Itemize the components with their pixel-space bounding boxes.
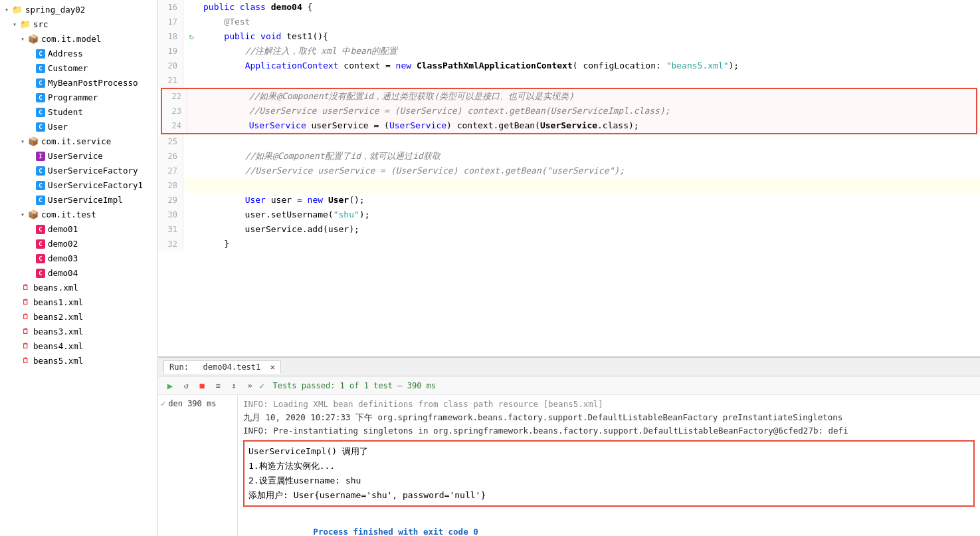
bottom-panel: Run: demo04.test1 ✕ ▶ ↺ ■ ≡ ↕ » ✓ Tests … (158, 356, 980, 536)
sidebar-item-UserServiceImpl[interactable]: C UserServiceImpl (0, 193, 157, 207)
line-number: 27 (158, 164, 183, 178)
sidebar-item-demo02[interactable]: C demo02 (0, 237, 157, 251)
sidebar-item-label: MyBeanPostProcesso (48, 76, 138, 90)
sidebar-item-label: spring_day02 (25, 3, 85, 17)
sidebar-item-beans3-xml[interactable]: 🗒 beans3.xml (0, 325, 157, 339)
sidebar-item-UserService[interactable]: I UserService (0, 149, 157, 164)
class-icon: C (36, 93, 45, 102)
project-sidebar: ▾ 📁 spring_day02 ▾ 📁 src ▾ 📦 com.it.mode… (0, 0, 158, 536)
run-tab[interactable]: Run: demo04.test1 ✕ (163, 360, 281, 374)
line-gutter (183, 207, 199, 222)
line-gutter (183, 73, 199, 88)
line-content: } (199, 237, 980, 251)
spacer (27, 108, 35, 116)
sidebar-item-Customer[interactable]: C Customer (0, 61, 157, 76)
class-icon: C (36, 196, 45, 205)
spacer (27, 79, 35, 87)
line-content: UserService userService = (UserService) … (203, 118, 976, 133)
line-gutter (183, 0, 199, 15)
more-button[interactable]: » (243, 379, 256, 392)
sidebar-item-demo04[interactable]: C demo04 (0, 266, 157, 281)
line-gutter (183, 222, 199, 237)
line-content: //如果@Component没有配置id，通过类型获取(类型可以是接口、也可以是… (203, 89, 976, 104)
sidebar-item-com-it-test[interactable]: ▾ 📦 com.it.test (0, 207, 157, 222)
console-highlight-line-0: UserServiceImpl() 调用了 (248, 444, 969, 459)
spacer (27, 240, 35, 248)
line-gutter (183, 15, 199, 29)
sidebar-item-label: beans.xml (33, 281, 78, 295)
run-tab-name: demo04.test1 (203, 362, 261, 372)
sidebar-item-Address[interactable]: C Address (0, 47, 157, 61)
test-filter-button[interactable]: ≡ (211, 379, 225, 392)
sidebar-item-demo01[interactable]: C demo01 (0, 222, 157, 237)
line-number: 21 (158, 73, 183, 88)
stop-button[interactable]: ■ (195, 379, 209, 392)
code-line-28: 28 (158, 178, 980, 193)
spacer (27, 65, 35, 72)
line-content: //UserService userService = (UserService… (199, 164, 980, 178)
spacer (27, 269, 35, 277)
sidebar-item-UserServiceFactory[interactable]: C UserServiceFactory (0, 164, 157, 178)
line-number: 19 (158, 44, 183, 59)
code-line-29: 29 User user = new User(); (158, 193, 980, 207)
sidebar-item-demo03[interactable]: C demo03 (0, 251, 157, 266)
line-number: 30 (158, 207, 183, 222)
spacer (11, 357, 19, 365)
expand-arrow: ▾ (19, 211, 27, 219)
spacer (27, 123, 35, 131)
sidebar-item-beans-xml[interactable]: 🗒 beans.xml (0, 281, 157, 295)
package-icon: 📦 (28, 209, 39, 220)
sidebar-item-com-it-service[interactable]: ▾ 📦 com.it.service (0, 134, 157, 149)
sidebar-item-label: beans3.xml (33, 325, 83, 338)
line-gutter (183, 59, 199, 73)
line-number: 28 (158, 178, 183, 193)
sidebar-item-UserServiceFactory1[interactable]: C UserServiceFactory1 (0, 178, 157, 193)
line-number: 24 (162, 118, 187, 133)
console-highlight-line-2: 2.设置属性username: shu (248, 473, 969, 488)
sidebar-item-User[interactable]: C User (0, 120, 157, 134)
sidebar-item-com-it-model[interactable]: ▾ 📦 com.it.model (0, 32, 157, 47)
xml-icon: 🗒 (20, 341, 31, 352)
sidebar-item-MyBeanPostProcesso[interactable]: C MyBeanPostProcesso (0, 76, 157, 90)
xml-icon: 🗒 (20, 312, 31, 323)
code-line-31: 31 userService.add(user); (158, 222, 980, 237)
sidebar-item-label: Programmer (48, 91, 98, 104)
sidebar-item-Programmer[interactable]: C Programmer (0, 90, 157, 105)
class-icon: C (36, 239, 45, 249)
line-number: 29 (158, 193, 183, 207)
class-icon: C (36, 254, 45, 263)
sort-button[interactable]: ↕ (227, 379, 241, 392)
class-icon: C (36, 225, 45, 234)
code-line-27: 27 //UserService userService = (UserServ… (158, 164, 980, 178)
line-content: //UserService userService = (UserService… (203, 104, 976, 118)
run-button[interactable]: ▶ (163, 379, 177, 392)
line-gutter (183, 134, 199, 149)
sidebar-item-beans4-xml[interactable]: 🗒 beans4.xml (0, 339, 157, 354)
class-icon: C (36, 64, 45, 73)
sidebar-item-label: UserService (48, 150, 103, 163)
code-line-23: 23 //UserService userService = (UserServ… (162, 104, 976, 118)
sidebar-item-beans1-xml[interactable]: 🗒 beans1.xml (0, 295, 157, 310)
run-toolbar: ▶ ↺ ■ ≡ ↕ » ✓ Tests passed: 1 of 1 test … (158, 376, 980, 395)
line-number: 23 (162, 104, 187, 118)
sidebar-item-Student[interactable]: C Student (0, 105, 157, 120)
line-number: 22 (162, 89, 187, 104)
rerun-button[interactable]: ↺ (179, 379, 193, 392)
test-check-icon: ✓ (161, 399, 165, 408)
console-highlight-line-1: 1.构造方法实例化... (248, 459, 969, 473)
line-content (199, 178, 980, 193)
class-icon: C (36, 269, 45, 278)
sidebar-item-beans2-xml[interactable]: 🗒 beans2.xml (0, 310, 157, 325)
spacer (11, 284, 19, 292)
spacer (27, 152, 35, 160)
xml-icon: 🗒 (20, 297, 31, 308)
spacer (27, 225, 35, 233)
sidebar-item-spring_day02[interactable]: ▾ 📁 spring_day02 (0, 3, 157, 17)
sidebar-item-src[interactable]: ▾ 📁 src (0, 17, 157, 32)
sidebar-item-beans5-xml[interactable]: 🗒 beans5.xml (0, 354, 157, 368)
folder-icon: 📁 (20, 19, 31, 30)
sidebar-item-label: UserServiceFactory (48, 164, 138, 178)
line-number: 31 (158, 222, 183, 237)
test-list-item[interactable]: ✓ den 390 ms (158, 398, 237, 410)
line-gutter (183, 193, 199, 207)
